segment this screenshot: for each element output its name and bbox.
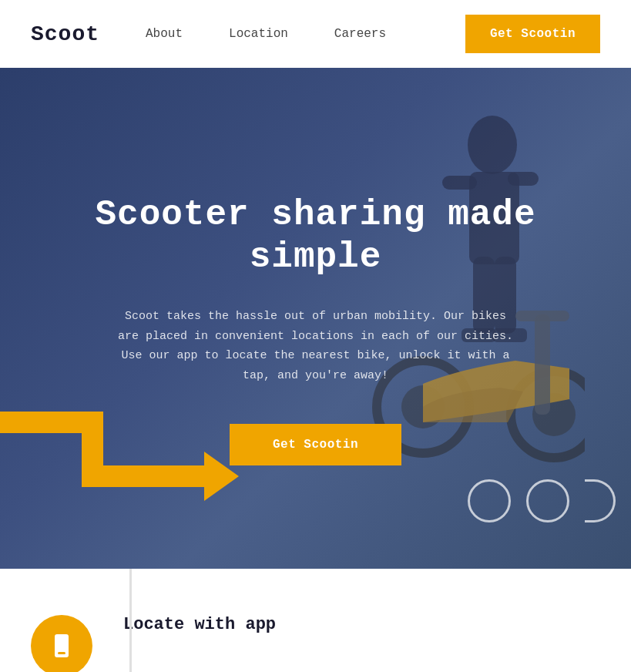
hero-cta-button[interactable]: Get Scootin: [230, 424, 401, 465]
feature-locate-title: Locate with app: [123, 615, 276, 634]
features-timeline-line: [129, 569, 132, 672]
site-logo[interactable]: Scoot: [31, 22, 99, 46]
hero-section: Scooter sharing made simple Scoot takes …: [0, 68, 631, 569]
nav-link-careers[interactable]: Careers: [334, 27, 386, 41]
feature-locate-text: Locate with app: [123, 615, 276, 643]
hero-subtitle: Scoot takes the hassle out of urban mobi…: [116, 307, 516, 385]
nav-links: About Location Careers: [146, 27, 465, 41]
phone-icon: [48, 632, 76, 660]
hero-title: Scooter sharing made simple: [62, 194, 569, 279]
features-section: Locate with app: [0, 569, 631, 672]
hero-content: Scooter sharing made simple Scoot takes …: [0, 68, 631, 569]
navbar: Scoot About Location Careers Get Scootin: [0, 0, 631, 68]
nav-link-location[interactable]: Location: [229, 27, 288, 41]
feature-locate-icon-circle: [31, 615, 92, 672]
nav-link-about[interactable]: About: [146, 27, 183, 41]
svg-rect-16: [58, 652, 65, 654]
nav-cta-button[interactable]: Get Scootin: [465, 15, 600, 53]
